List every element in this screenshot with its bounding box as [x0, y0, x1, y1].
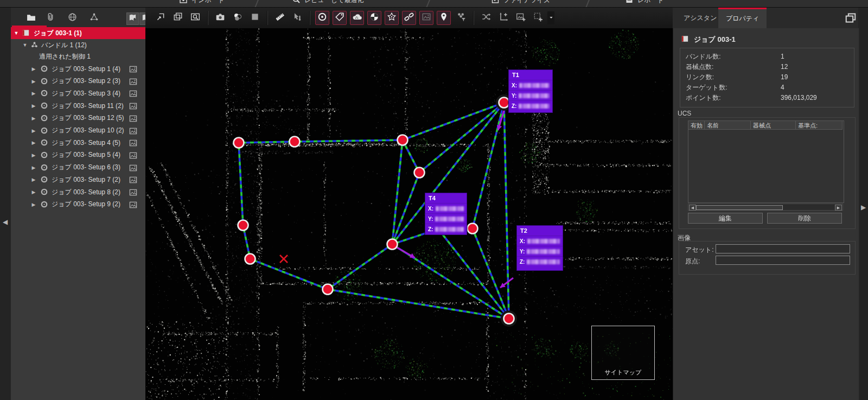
- tree-row[interactable]: ▶ジョブ 003- Setup 4 (5): [11, 137, 145, 149]
- target-label-T1[interactable]: T1X:Y:Z:: [508, 69, 553, 113]
- left-tab-network-sites[interactable]: [86, 10, 102, 26]
- setup-node[interactable]: [398, 135, 408, 145]
- ucs-delete-button[interactable]: 削除: [767, 213, 842, 224]
- collapse-right-panel-icon[interactable]: ▶: [861, 204, 866, 211]
- solid-color-button[interactable]: [248, 11, 262, 25]
- setup-node[interactable]: [414, 168, 425, 178]
- tree-row[interactable]: ▼ジョブ 003-1 (1): [11, 27, 145, 39]
- workflow-stage-finalize[interactable]: ファイナライズ: [491, 0, 550, 5]
- tree-row[interactable]: ▶ジョブ 003- Setup 7 (2): [11, 174, 145, 186]
- target-label-T4[interactable]: T4X:Y:Z:: [425, 193, 467, 235]
- show-links-button[interactable]: [402, 11, 416, 25]
- add-selection-button[interactable]: [531, 11, 545, 25]
- chevron-down-icon[interactable]: ▼: [13, 30, 20, 36]
- setup-node[interactable]: [234, 138, 244, 148]
- map-viewport[interactable]: T1X:Y:Z:T4X:Y:Z:T2X:Y:Z: サイトマップ: [145, 28, 673, 400]
- swap-links-button[interactable]: [479, 11, 493, 25]
- image-thumb-icon[interactable]: [129, 127, 138, 135]
- show-images-button[interactable]: [419, 11, 433, 25]
- toolbar-dropdown-button[interactable]: [547, 11, 554, 24]
- add-image-button[interactable]: [514, 11, 528, 25]
- chevron-right-icon[interactable]: ▶: [30, 128, 37, 134]
- chevron-right-icon[interactable]: ▶: [30, 79, 37, 84]
- setup-node[interactable]: [501, 310, 517, 327]
- chevron-down-icon[interactable]: ▼: [22, 42, 28, 48]
- origin-field[interactable]: [716, 256, 850, 265]
- sitemap-thumbnail[interactable]: サイトマップ: [591, 326, 655, 380]
- scrollbar-thumb[interactable]: [696, 205, 783, 210]
- tree-row[interactable]: 適用された制御 1: [11, 51, 145, 62]
- workflow-stage-import[interactable]: インポート: [179, 0, 225, 5]
- add-ucs-axes-button[interactable]: [496, 11, 510, 25]
- setup-node[interactable]: [387, 239, 398, 250]
- chevron-right-icon[interactable]: ▶: [30, 202, 37, 207]
- chevron-right-icon[interactable]: ▶: [30, 91, 37, 96]
- show-targets-sphere-button[interactable]: [367, 11, 381, 25]
- setup-node[interactable]: [238, 220, 248, 231]
- image-thumb-icon[interactable]: [129, 176, 138, 183]
- tree-row[interactable]: ▶ジョブ 003- Setup 2 (3): [11, 75, 145, 87]
- show-bundle-net-button[interactable]: [385, 11, 399, 25]
- probe-cursor-button[interactable]: [290, 11, 304, 25]
- image-thumb-icon[interactable]: [129, 139, 138, 147]
- export-view-button[interactable]: [154, 11, 168, 25]
- left-tab-projects-folder[interactable]: [23, 10, 39, 26]
- show-pointcloud-button[interactable]: [350, 11, 364, 25]
- show-geotags-pin-button[interactable]: [437, 11, 451, 25]
- setup-node[interactable]: [468, 224, 478, 234]
- group-filter-button[interactable]: [454, 11, 468, 25]
- chevron-right-icon[interactable]: ▶: [30, 116, 37, 121]
- image-thumb-icon[interactable]: [129, 65, 138, 73]
- measure-ruler-button[interactable]: [273, 11, 287, 25]
- scroll-right-icon[interactable]: ▶: [835, 205, 842, 211]
- panels-layout-icon[interactable]: [843, 10, 858, 26]
- image-thumb-icon[interactable]: [129, 78, 138, 85]
- ucs-horizontal-scrollbar[interactable]: ◀ ▶: [688, 204, 843, 211]
- color-mode-button[interactable]: [231, 11, 245, 25]
- image-thumb-icon[interactable]: [129, 201, 138, 208]
- setup-node[interactable]: [290, 137, 300, 147]
- image-thumb-icon[interactable]: [129, 188, 138, 196]
- camera-button[interactable]: [213, 11, 227, 25]
- tree-row[interactable]: ▶ジョブ 003- Setup 5 (4): [11, 149, 145, 161]
- tree-row[interactable]: ▶ジョブ 003- Setup 6 (3): [11, 162, 145, 174]
- scroll-left-icon[interactable]: ◀: [689, 205, 696, 211]
- left-tab-web-globe[interactable]: [64, 10, 80, 26]
- image-thumb-icon[interactable]: [129, 90, 138, 97]
- chevron-right-icon[interactable]: ▶: [30, 103, 37, 109]
- chevron-right-icon[interactable]: ▶: [30, 177, 37, 182]
- image-thumb-icon[interactable]: [129, 164, 138, 172]
- image-thumb-icon[interactable]: [129, 115, 138, 122]
- add-job-button[interactable]: [126, 12, 139, 25]
- tree-row[interactable]: ▶ジョブ 003- Setup 11 (2): [11, 100, 145, 112]
- tree-row[interactable]: ▶ジョブ 003- Setup 1 (4): [11, 63, 145, 75]
- ucs-column-header[interactable]: 名前: [705, 121, 751, 130]
- ucs-edit-button[interactable]: 編集: [688, 213, 763, 224]
- ucs-column-header[interactable]: 有効: [688, 121, 705, 130]
- ucs-column-header[interactable]: 器械点: [751, 121, 796, 130]
- chevron-right-icon[interactable]: ▶: [30, 189, 37, 195]
- tree-row[interactable]: ▶ジョブ 003- Setup 9 (2): [11, 199, 145, 211]
- ucs-column-header[interactable]: 基準点:: [796, 121, 843, 130]
- setup-node[interactable]: [245, 254, 256, 264]
- left-tab-attachments-paperclip[interactable]: [42, 10, 59, 26]
- overlap-windows-button[interactable]: [171, 11, 185, 25]
- ucs-table[interactable]: 有効名前器械点基準点:: [688, 120, 844, 203]
- collapse-left-panel-icon[interactable]: ◀: [3, 218, 8, 226]
- tree-row[interactable]: ▶ジョブ 003- Setup 12 (5): [11, 112, 145, 124]
- workflow-stage-review[interactable]: レビューして最適化: [292, 0, 363, 5]
- chevron-right-icon[interactable]: ▶: [30, 165, 37, 170]
- chevron-right-icon[interactable]: ▶: [30, 140, 37, 145]
- image-thumb-icon[interactable]: [129, 102, 138, 110]
- target-label-T2[interactable]: T2X:Y:Z:: [516, 225, 563, 271]
- tab-properties[interactable]: プロパティ: [718, 8, 767, 28]
- workflow-stage-report[interactable]: レポート: [625, 0, 664, 5]
- zoom-window-button[interactable]: [188, 11, 202, 25]
- show-labels-tag-button[interactable]: [333, 11, 347, 25]
- chevron-right-icon[interactable]: ▶: [30, 66, 37, 72]
- tree-row[interactable]: ▶ジョブ 003- Setup 3 (4): [11, 87, 145, 99]
- asset-field[interactable]: [716, 244, 850, 253]
- image-thumb-icon[interactable]: [129, 151, 138, 159]
- tree-row[interactable]: ▼バンドル 1 (12): [11, 39, 145, 51]
- show-setups-button[interactable]: [315, 11, 329, 25]
